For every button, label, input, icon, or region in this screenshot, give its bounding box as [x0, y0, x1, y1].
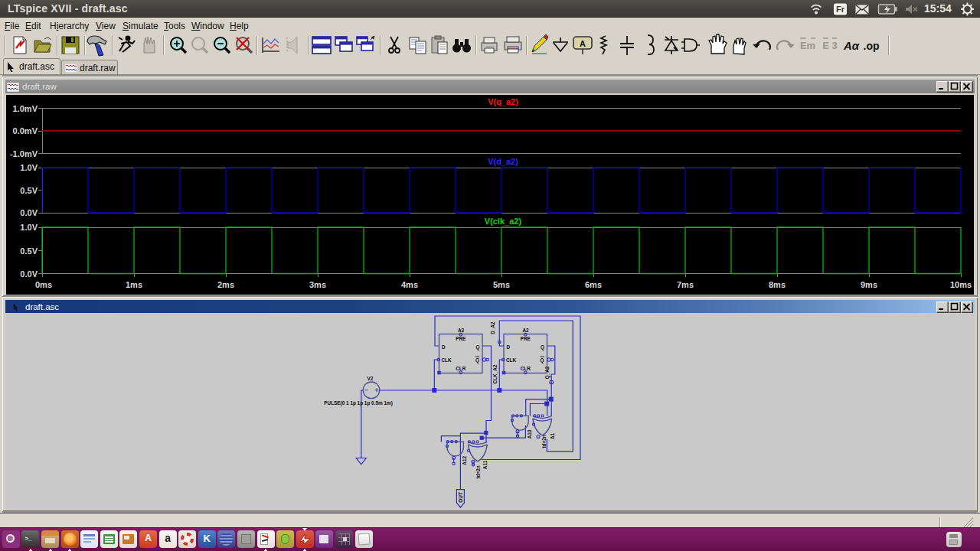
- svg-text:0.5V: 0.5V: [20, 246, 38, 256]
- svg-text:td=2n: td=2n: [475, 465, 481, 478]
- svg-text:A: A: [580, 39, 586, 48]
- svg-text:PULSE(0 1 1p 1p 1p 0.5m 1m): PULSE(0 1 1p 1p 1p 0.5m 1m): [324, 400, 393, 406]
- svg-text:Q: Q: [541, 344, 544, 350]
- svg-text:10ms: 10ms: [950, 280, 972, 289]
- svg-text:td=2n: td=2n: [541, 435, 547, 448]
- svg-text:9ms: 9ms: [861, 280, 877, 289]
- svg-text:1.0V: 1.0V: [20, 223, 38, 232]
- svg-text:V(q_a2): V(q_a2): [488, 97, 518, 106]
- svg-text:CLK: CLK: [442, 357, 452, 363]
- svg-text:2ms: 2ms: [217, 280, 234, 289]
- svg-text:OUT: OUT: [458, 492, 463, 503]
- svg-text:CLK: CLK: [506, 357, 517, 363]
- svg-text:5ms: 5ms: [493, 280, 510, 289]
- svg-text:CLK_A2: CLK_A2: [492, 364, 498, 383]
- svg-text:-1.0mV: -1.0mV: [10, 149, 38, 158]
- svg-text:D: D: [442, 344, 446, 350]
- svg-text:8ms: 8ms: [769, 280, 786, 289]
- svg-text:4ms: 4ms: [401, 280, 418, 289]
- svg-text:D: D: [507, 344, 511, 350]
- svg-text:7ms: 7ms: [677, 280, 694, 289]
- svg-text:A1: A1: [550, 432, 555, 439]
- svg-text:A2: A2: [522, 328, 529, 333]
- svg-text:1.0V: 1.0V: [20, 163, 38, 172]
- svg-text:Em: Em: [800, 40, 815, 51]
- svg-text:E 3: E 3: [822, 40, 838, 51]
- svg-text:0.5V: 0.5V: [20, 186, 38, 195]
- svg-text:1ms: 1ms: [126, 280, 142, 289]
- svg-text:A12: A12: [462, 455, 467, 465]
- svg-text:CLR: CLR: [456, 366, 466, 371]
- svg-text:Fr: Fr: [836, 5, 845, 14]
- svg-text:A10: A10: [527, 429, 532, 439]
- svg-text:.op: .op: [864, 40, 880, 52]
- svg-text:Q: Q: [476, 344, 480, 350]
- svg-text:0.0V: 0.0V: [20, 208, 38, 217]
- svg-text:D_A2: D_A2: [490, 321, 495, 334]
- svg-text:A11: A11: [482, 460, 488, 469]
- svg-text:V(clk_a2): V(clk_a2): [485, 217, 522, 226]
- svg-text:6ms: 6ms: [585, 280, 602, 289]
- svg-text:0ms: 0ms: [35, 280, 52, 289]
- svg-text:CLR: CLR: [521, 366, 531, 371]
- svg-text:Q_A2: Q_A2: [544, 366, 550, 379]
- svg-text:PRE: PRE: [456, 336, 466, 341]
- svg-text:PRE: PRE: [521, 336, 531, 341]
- svg-text:Aα: Aα: [843, 39, 860, 52]
- svg-text:Q: Q: [541, 357, 544, 364]
- svg-text:V(d_a2): V(d_a2): [488, 157, 518, 166]
- svg-text:V2: V2: [367, 376, 373, 381]
- svg-text:0.0mV: 0.0mV: [13, 126, 38, 135]
- svg-text:0.0V: 0.0V: [20, 269, 38, 279]
- svg-text:1.0mV: 1.0mV: [13, 104, 38, 113]
- svg-text:Q: Q: [475, 357, 479, 364]
- svg-text:3ms: 3ms: [309, 280, 326, 289]
- svg-text:A3: A3: [458, 328, 465, 333]
